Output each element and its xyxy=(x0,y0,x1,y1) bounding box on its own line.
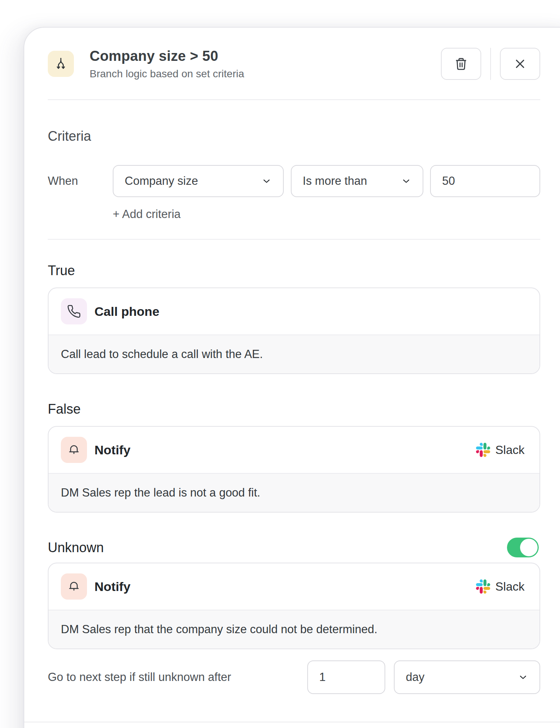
unknown-toggle[interactable] xyxy=(507,538,539,557)
delay-row: Go to next step if still unknown after d… xyxy=(48,660,540,694)
true-action-title: Call phone xyxy=(94,304,159,319)
delay-unit-value: day xyxy=(406,671,424,684)
header-text: Company size > 50 Branch logic based on … xyxy=(90,48,244,80)
delay-value-inputbox xyxy=(307,660,385,694)
slack-icon xyxy=(476,443,490,457)
slack-icon xyxy=(476,579,490,594)
chevron-down-icon xyxy=(401,176,411,186)
branch-icon xyxy=(48,51,74,77)
branch-step-panel: Company size > 50 Branch logic based on … xyxy=(24,27,560,728)
unknown-action-title: Notify xyxy=(94,579,130,594)
page-subtitle: Branch logic based on set criteria xyxy=(90,68,244,80)
section-divider xyxy=(48,239,540,240)
close-panel-button[interactable] xyxy=(500,48,540,80)
criteria-heading: Criteria xyxy=(48,128,540,144)
toggle-knob xyxy=(520,539,538,556)
phone-icon xyxy=(61,298,87,324)
false-slack-integration[interactable]: Slack xyxy=(476,443,525,457)
unknown-action-description: DM Sales rep that the company size could… xyxy=(49,610,539,648)
criteria-row: When Company size Is more than xyxy=(48,165,540,197)
bell-icon xyxy=(61,573,87,600)
unknown-integration-name: Slack xyxy=(495,580,525,594)
unknown-branch-label: Unknown xyxy=(48,540,104,556)
unknown-slack-integration[interactable]: Slack xyxy=(476,579,525,594)
delay-unit-select[interactable]: day xyxy=(394,660,540,694)
chevron-down-icon xyxy=(518,672,528,682)
criteria-field-value: Company size xyxy=(125,174,198,188)
unknown-card-header: Notify Slack xyxy=(49,563,539,610)
add-criteria-button[interactable]: + Add criteria xyxy=(113,207,181,222)
header-actions xyxy=(441,48,540,80)
when-label: When xyxy=(48,174,113,188)
trash-icon xyxy=(454,56,469,71)
chevron-down-icon xyxy=(261,176,272,186)
false-action-description: DM Sales rep the lead is not a good fit. xyxy=(49,474,539,512)
panel-bottom-divider xyxy=(24,722,560,722)
false-action-title: Notify xyxy=(94,443,130,457)
bell-icon xyxy=(61,437,87,463)
close-icon xyxy=(513,57,527,71)
header-actions-divider xyxy=(490,48,491,80)
panel-header: Company size > 50 Branch logic based on … xyxy=(48,28,540,100)
delete-step-button[interactable] xyxy=(441,48,481,80)
criteria-value-inputbox xyxy=(430,165,540,197)
criteria-operator-select[interactable]: Is more than xyxy=(291,165,423,197)
false-integration-name: Slack xyxy=(495,443,525,457)
delay-value-input[interactable] xyxy=(319,671,373,684)
criteria-field-select[interactable]: Company size xyxy=(113,165,284,197)
unknown-branch-card[interactable]: Notify Slack DM Sales rep that the compa… xyxy=(48,563,540,649)
true-branch-card[interactable]: Call phone Call lead to schedule a call … xyxy=(48,287,540,374)
delay-label: Go to next step if still unknown after xyxy=(48,671,231,684)
page-title: Company size > 50 xyxy=(90,48,244,64)
false-branch-card[interactable]: Notify Slack DM Sales rep the lead is no… xyxy=(48,426,540,513)
false-branch-label: False xyxy=(48,401,540,417)
true-action-description: Call lead to schedule a call with the AE… xyxy=(49,335,539,373)
true-branch-label: True xyxy=(48,263,540,279)
criteria-value-input[interactable] xyxy=(442,174,528,188)
false-card-header: Notify Slack xyxy=(49,427,539,474)
criteria-operator-value: Is more than xyxy=(303,174,367,188)
unknown-branch-row: Unknown xyxy=(48,538,540,557)
true-card-header: Call phone xyxy=(49,288,539,335)
